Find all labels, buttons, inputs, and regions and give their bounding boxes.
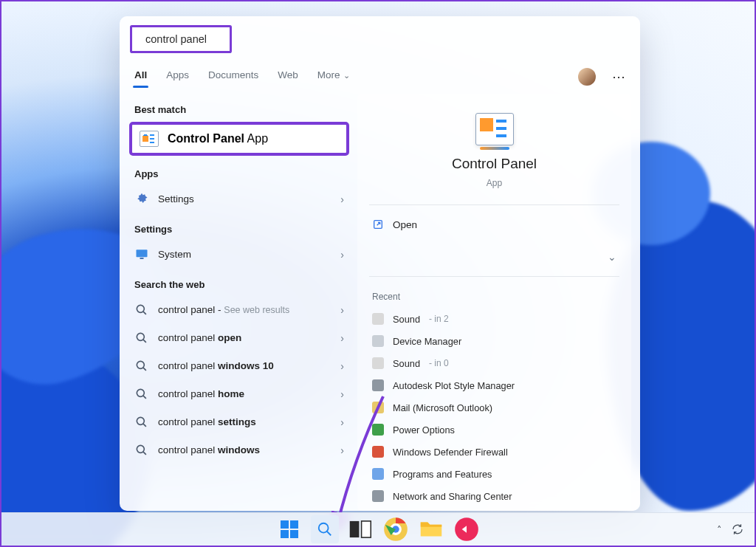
tab-more[interactable]: More [316,65,351,88]
taskbar: ˄ [1,512,755,546]
recent-item[interactable]: Autodesk Plot Style Manager [368,374,621,396]
search-icon [317,521,333,537]
section-search-web: Search the web [124,269,354,296]
recent-item-icon [372,379,384,391]
svg-rect-4 [140,258,144,259]
recent-item-label: Sound [393,314,420,325]
tab-web[interactable]: Web [276,65,300,88]
open-action[interactable]: Open [368,208,621,241]
web-result[interactable]: control panel windows › [124,436,354,464]
search-icon [134,443,149,458]
chevron-right-icon: › [340,388,344,400]
result-system[interactable]: System › [124,241,354,269]
user-avatar[interactable] [578,68,596,86]
tab-all[interactable]: All [133,65,148,88]
folder-icon [417,515,445,543]
control-panel-icon [475,113,514,145]
chrome-icon [382,515,410,543]
section-apps: Apps [124,158,354,185]
recent-item[interactable]: Programs and Features [368,463,621,485]
system-tray[interactable]: ˄ [717,523,744,536]
section-best-match: Best match [124,94,354,121]
result-settings-app[interactable]: Settings › [124,185,354,213]
svg-point-5 [137,305,144,312]
recent-item-label: Programs and Features [393,469,492,480]
recent-item-label: Windows Defender Firewall [393,447,508,458]
start-button[interactable] [275,515,303,543]
overflow-menu[interactable]: ⋯ [612,69,627,85]
recent-header: Recent [368,280,621,308]
search-bar[interactable] [130,25,232,53]
svg-line-8 [143,340,146,343]
recent-item-label: Sound [393,358,420,369]
svg-line-10 [143,368,146,371]
recent-item-label: Autodesk Plot Style Manager [393,380,515,391]
app-icon [453,515,481,543]
chevron-right-icon: › [340,444,344,456]
web-result[interactable]: control panel settings › [124,408,354,436]
preview-subtitle: App [487,178,502,188]
svg-point-7 [137,333,144,340]
sync-icon[interactable] [731,523,744,536]
chevron-right-icon: › [340,304,344,316]
svg-line-19 [327,531,331,536]
windows-logo-icon [281,520,298,538]
recent-item[interactable]: Device Manager [368,330,621,352]
web-result[interactable]: control panel windows 10 › [124,352,354,380]
recent-item-icon [372,402,384,413]
search-icon [134,331,149,345]
recent-item[interactable]: Windows Defender Firewall [368,441,621,463]
open-icon [372,219,384,230]
recent-item-label: Device Manager [393,336,461,347]
web-result[interactable]: control panel home › [124,380,354,408]
search-input[interactable] [145,33,285,45]
recent-item[interactable]: Mail (Microsoft Outlook) [368,396,621,419]
search-icon [134,387,149,402]
chevron-right-icon: › [340,416,344,428]
recent-item-label: Network and Sharing Center [393,491,512,502]
taskbar-app-explorer[interactable] [417,515,445,543]
svg-line-16 [143,452,146,455]
web-result[interactable]: control panel open › [124,324,354,352]
recent-item[interactable]: Sound - in 2 [368,308,621,330]
svg-point-13 [137,417,144,424]
taskbar-app-generic[interactable] [453,515,481,543]
preview-title: Control Panel [452,156,537,172]
recent-item[interactable]: Power Options [368,419,621,441]
svg-point-11 [137,389,144,396]
search-icon [134,415,149,430]
tray-chevron-icon[interactable]: ˄ [717,524,722,535]
task-view-icon [346,515,374,543]
recent-item-icon [372,357,384,369]
best-match-result[interactable]: Control Panel App [130,123,348,155]
task-view-button[interactable] [346,515,374,543]
recent-item-icon [372,468,384,480]
tab-documents[interactable]: Documents [207,65,260,88]
recent-item-label: Mail (Microsoft Outlook) [393,402,492,413]
recent-item[interactable]: Network and Sharing Center [368,485,621,507]
svg-line-14 [143,424,146,427]
svg-rect-3 [137,250,148,257]
svg-point-15 [137,445,144,453]
svg-rect-20 [350,521,360,537]
chevron-down-icon: ⌄ [608,251,616,263]
recent-item[interactable]: Sound - in 0 [368,352,621,374]
best-match-title: Control Panel [168,132,244,145]
recent-item-icon [372,424,384,436]
preview-pane: Control Panel App Open ⌄ Recent Sound - … [357,94,631,511]
tab-apps[interactable]: Apps [165,65,190,88]
recent-item-icon [372,490,384,502]
expand-action[interactable]: ⌄ [368,241,621,273]
web-result[interactable]: control panel - See web results › [124,296,354,324]
svg-line-6 [143,312,146,314]
taskbar-app-chrome[interactable] [382,515,410,543]
section-settings: Settings [124,213,354,241]
search-icon [134,359,149,374]
filter-tabs: All Apps Documents Web More ⋯ [120,58,640,88]
chevron-right-icon: › [340,332,344,344]
search-button[interactable] [311,515,339,543]
svg-point-18 [319,523,329,533]
svg-line-12 [143,396,146,399]
settings-icon [134,192,149,207]
system-icon [134,247,149,262]
